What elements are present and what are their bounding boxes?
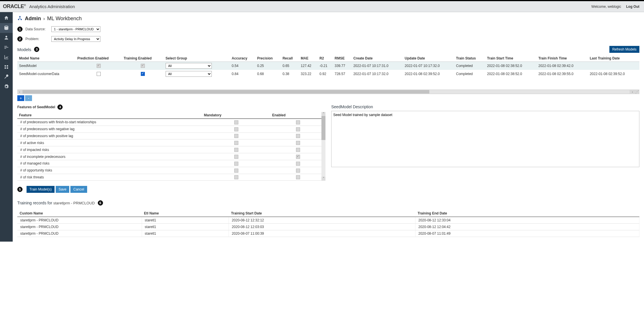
scroll-track[interactable] <box>23 90 630 94</box>
step-6-badge: 6 <box>98 200 103 206</box>
table-row[interactable]: # of incomplete predecessors <box>17 153 325 160</box>
step-1-badge: 1 <box>17 27 23 32</box>
checkbox <box>234 169 238 173</box>
table-row[interactable]: # of impacted risks <box>17 146 325 153</box>
problem-select[interactable]: Activity Delay In Progress <box>51 36 100 42</box>
col-select-group: Select Group <box>164 55 230 62</box>
table-row[interactable]: SeedModelAll0.540.250.65127.42-0.21339.7… <box>17 62 639 70</box>
grid-icon <box>4 64 9 70</box>
select-group-select[interactable]: All <box>166 63 212 69</box>
svg-point-0 <box>19 16 21 18</box>
chevron-right-icon: › <box>43 16 45 21</box>
table-row[interactable]: # of predecessors with finish-to-start r… <box>17 119 325 126</box>
remove-model-button[interactable]: - <box>25 95 32 101</box>
wrench-icon <box>4 74 9 80</box>
select-group-select[interactable]: All <box>166 71 212 77</box>
problem-label: Problem: <box>25 37 48 41</box>
checkbox <box>296 155 300 159</box>
col-mandatory: Mandatory <box>202 112 270 119</box>
col-train-status: Train Status <box>454 55 486 62</box>
col-precision: Precision <box>255 55 281 62</box>
col-create-date: Create Date <box>352 55 403 62</box>
breadcrumb: Admin › ML Workbench <box>17 16 639 22</box>
database-icon <box>4 25 9 31</box>
rail-data[interactable] <box>0 23 13 33</box>
col-rmse: RMSE <box>333 55 352 62</box>
breadcrumb-admin[interactable]: Admin <box>25 16 41 22</box>
step-2-badge: 2 <box>17 36 23 42</box>
data-source-select[interactable]: 1 - staretlprm - PRMCLOUD <box>51 26 100 32</box>
checkbox <box>234 162 238 166</box>
checkbox <box>296 127 300 131</box>
add-model-button[interactable]: + <box>17 95 24 101</box>
table-row[interactable]: # of managed risks <box>17 160 325 167</box>
welcome-text: Welcome, weblogic <box>591 5 621 9</box>
logout-link[interactable]: Log Out <box>626 5 639 9</box>
training-records-table: Custom Name Etl Name Training Start Date… <box>17 210 639 237</box>
scroll-right-icon[interactable]: › <box>631 90 634 94</box>
resize-grip-icon[interactable]: ⋰ <box>634 90 639 94</box>
table-row[interactable]: # of predecessors with negative lag <box>17 126 325 132</box>
checkbox <box>234 175 238 179</box>
col-training-end: Training End Date <box>415 210 639 217</box>
checkbox <box>296 134 300 138</box>
checkbox[interactable] <box>141 72 145 76</box>
col-training-enabled: Training Enabled <box>122 55 164 62</box>
rail-users[interactable] <box>0 33 13 43</box>
rail-home[interactable] <box>0 13 13 23</box>
scroll-thumb[interactable] <box>23 90 429 94</box>
table-row[interactable]: staretlprm - PRMCLOUDstaretl12020-08-12 … <box>17 217 639 224</box>
rail-config[interactable] <box>0 72 13 82</box>
table-row[interactable]: # of risk threats <box>17 174 325 181</box>
table-row[interactable]: # of opportunity risks <box>17 167 325 174</box>
rail-chart[interactable] <box>0 53 13 62</box>
col-update-date: Update Date <box>403 55 454 62</box>
rail-grid[interactable] <box>0 62 13 72</box>
checkbox <box>296 148 300 152</box>
table-row[interactable]: # of predecessors with positive lag <box>17 132 325 139</box>
description-title: SeedModel Description <box>331 104 639 109</box>
checkbox[interactable] <box>97 72 101 76</box>
hierarchy-icon <box>17 16 23 22</box>
table-row[interactable]: staretlprm - PRMCLOUDstaretl12020-08-07 … <box>17 230 639 237</box>
features-vscrollbar[interactable]: ˄ ˅ <box>321 112 325 181</box>
breadcrumb-page: ML Workbench <box>47 16 82 22</box>
checkbox <box>296 175 300 179</box>
col-recall: Recall <box>281 55 299 62</box>
checkbox <box>97 64 101 68</box>
checkbox <box>234 127 238 131</box>
save-button[interactable]: Save <box>56 186 69 193</box>
gear-icon <box>4 84 9 90</box>
rail-settings[interactable] <box>0 82 13 92</box>
brand-group: ORACLE® Analytics Administration <box>3 3 75 10</box>
models-hscrollbar[interactable]: ‹ › ⋰ <box>17 89 639 94</box>
scroll-up-icon[interactable]: ˄ <box>321 112 325 116</box>
rail-sliders[interactable] <box>0 43 13 53</box>
col-feature: Feature <box>17 112 202 119</box>
col-r2: R2 <box>318 55 333 62</box>
features-table: Feature Mandatory Enabled # of predecess… <box>17 112 325 181</box>
checkbox <box>234 134 238 138</box>
table-row[interactable]: # of active risks <box>17 139 325 146</box>
cancel-button[interactable]: Cancel <box>70 186 87 193</box>
col-training-start: Training Start Date <box>229 210 415 217</box>
home-icon <box>4 15 9 21</box>
models-title: Models <box>17 47 31 52</box>
checkbox <box>234 155 238 159</box>
refresh-models-button[interactable]: Refresh Models <box>609 46 639 53</box>
checkbox <box>234 120 238 124</box>
col-mae: MAE <box>299 55 318 62</box>
scroll-left-icon[interactable]: ‹ <box>18 90 21 94</box>
col-etl-name: Etl Name <box>142 210 229 217</box>
table-row[interactable]: SeedModel-customerDataAll0.840.680.38323… <box>17 70 639 78</box>
train-models-button[interactable]: Train Model(s) <box>27 186 55 193</box>
features-scroll-thumb[interactable] <box>321 116 325 140</box>
training-records-title: Training records for staretlprm - PRMCLO… <box>17 200 639 206</box>
scroll-down-icon[interactable]: ˅ <box>321 177 325 181</box>
chart-icon <box>4 55 9 61</box>
checkbox <box>234 141 238 145</box>
table-row[interactable]: staretlprm - PRMCLOUDstaretl12020-08-12 … <box>17 224 639 230</box>
col-accuracy: Accuracy <box>230 55 255 62</box>
col-train-finish: Train Finish Time <box>537 55 588 62</box>
description-textarea[interactable] <box>331 111 639 167</box>
